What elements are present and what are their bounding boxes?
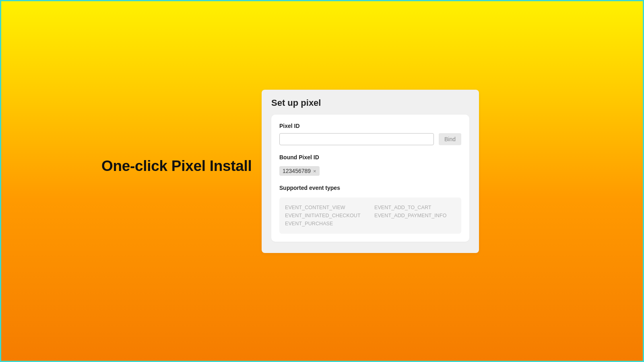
pixel-id-label: Pixel ID xyxy=(279,123,461,129)
event-type-item: EVENT_INITIATED_CHECKOUT xyxy=(285,213,366,218)
pixel-id-input[interactable] xyxy=(279,133,434,145)
page-headline: One-click Pixel Install xyxy=(101,158,252,175)
event-type-item: EVENT_PURCHASE xyxy=(285,221,366,226)
pixel-tag-value: 123456789 xyxy=(283,168,311,174)
bind-button[interactable]: Bind xyxy=(439,133,461,145)
supported-events-label: Supported event types xyxy=(279,185,461,191)
setup-pixel-card: Set up pixel Pixel ID Bind Bound Pixel I… xyxy=(262,90,479,253)
bound-pixel-label: Bound Pixel ID xyxy=(279,154,461,160)
event-type-item: EVENT_ADD_TO_CART xyxy=(374,205,456,210)
pixel-tag: 123456789 × xyxy=(279,166,320,176)
event-type-item: EVENT_ADD_PAYMENT_INFO xyxy=(374,213,456,218)
card-title: Set up pixel xyxy=(262,90,479,115)
supported-events-list: EVENT_CONTENT_VIEW EVENT_ADD_TO_CART EVE… xyxy=(279,197,461,234)
setup-pixel-form: Pixel ID Bind Bound Pixel ID 123456789 ×… xyxy=(271,115,469,242)
bound-pixel-tags: 123456789 × xyxy=(279,166,461,185)
event-type-item: EVENT_CONTENT_VIEW xyxy=(285,205,366,210)
close-icon[interactable]: × xyxy=(313,168,316,174)
pixel-id-row: Bind xyxy=(279,133,461,145)
